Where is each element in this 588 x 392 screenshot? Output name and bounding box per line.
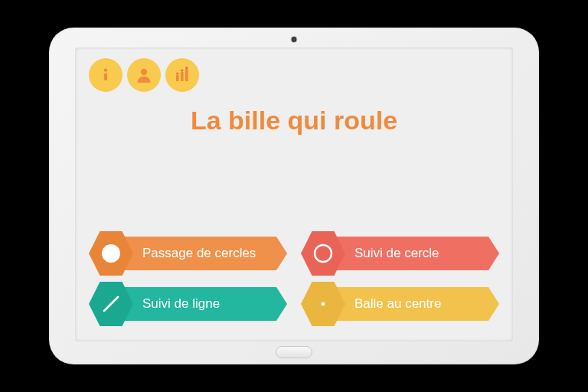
info-icon [97, 67, 114, 83]
svg-rect-5 [185, 69, 188, 81]
svg-point-10 [315, 245, 332, 262]
svg-point-0 [104, 68, 107, 71]
user-icon [135, 66, 153, 84]
user-button[interactable] [127, 58, 161, 92]
stats-button[interactable] [165, 58, 199, 92]
svg-rect-3 [176, 75, 179, 81]
option-label: Suivi de ligne [142, 296, 220, 312]
svg-point-2 [141, 69, 147, 75]
dot-icon [312, 292, 335, 315]
option-label: Balle au centre [354, 296, 441, 312]
option-balle-au-centre[interactable]: Balle au centre [301, 285, 499, 323]
info-button[interactable] [89, 58, 122, 92]
home-button[interactable] [276, 346, 312, 358]
option-label: Passage de cercles [142, 246, 256, 261]
filled-circle-icon [100, 242, 122, 265]
page-title: La bille qui roule [89, 106, 499, 136]
ring-icon [312, 242, 335, 265]
app-screen: La bille qui roule Passage de cercles Su… [75, 47, 513, 341]
options-grid: Passage de cercles Suivi de cercle Suivi… [89, 234, 499, 323]
svg-point-8 [185, 67, 188, 69]
svg-point-6 [176, 72, 178, 74]
tablet-frame: La bille qui roule Passage de cercles Su… [49, 28, 539, 364]
line-icon [100, 292, 122, 315]
option-suivi-de-cercle[interactable]: Suivi de cercle [301, 234, 499, 273]
svg-point-7 [181, 69, 183, 71]
stats-icon [173, 66, 191, 84]
svg-point-9 [102, 244, 120, 263]
svg-point-12 [322, 302, 325, 306]
svg-rect-4 [181, 72, 184, 81]
option-passage-de-cercles[interactable]: Passage de cercles [89, 234, 287, 273]
camera-dot [291, 36, 298, 43]
option-label: Suivi de cercle [354, 246, 439, 261]
top-icon-row [89, 58, 499, 92]
option-suivi-de-ligne[interactable]: Suivi de ligne [89, 285, 287, 323]
svg-line-11 [104, 297, 118, 311]
svg-rect-1 [104, 73, 107, 80]
